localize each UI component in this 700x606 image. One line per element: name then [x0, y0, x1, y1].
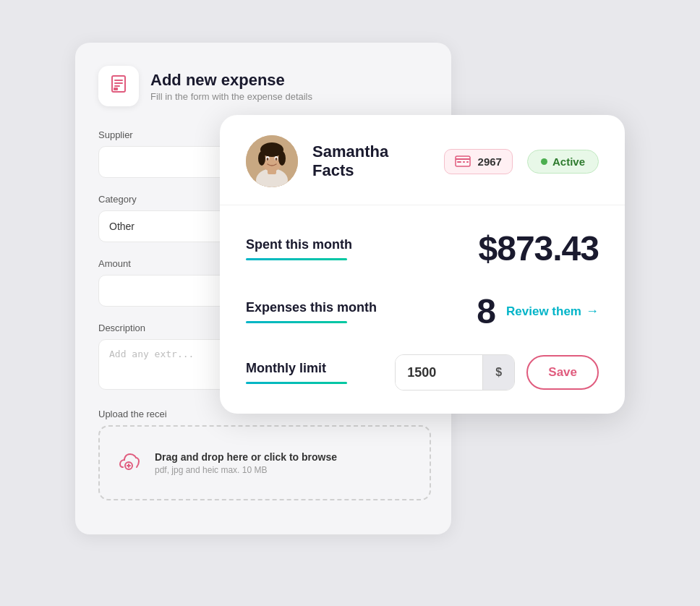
upload-sub-text: pdf, jpg and heic max. 10 MB — [155, 465, 337, 475]
user-header: Samantha Facts 2967 Active — [220, 115, 625, 205]
limit-currency: $ — [482, 355, 514, 390]
svg-rect-22 — [463, 161, 465, 163]
upload-text-group: Drag and drop here or click to browse pd… — [155, 451, 337, 475]
upload-group: Upload the recei Drag and drop here or c… — [98, 409, 428, 500]
expenses-label: Expenses this month — [246, 300, 377, 315]
card-info: 2967 — [444, 149, 513, 174]
expenses-underline — [246, 321, 347, 323]
svg-point-13 — [258, 151, 265, 166]
expenses-row: Expenses this month 8 Review them → — [246, 291, 599, 331]
form-title-group: Add new expense Fill in the form with th… — [150, 71, 312, 102]
form-title: Add new expense — [150, 71, 312, 90]
card-number: 2967 — [478, 155, 502, 168]
active-badge: Active — [527, 150, 599, 174]
form-subtitle: Fill in the form with the expense detail… — [150, 91, 312, 102]
amount-input[interactable] — [98, 275, 229, 307]
review-link[interactable]: Review them → — [506, 304, 599, 319]
avatar — [246, 135, 298, 187]
stats-section: Spent this month $873.43 Expenses this m… — [220, 205, 625, 414]
expense-icon — [108, 74, 129, 98]
svg-rect-21 — [457, 161, 461, 163]
spent-row: Spent this month $873.43 — [246, 229, 599, 268]
limit-underline — [246, 382, 347, 384]
expenses-label-group: Expenses this month — [246, 300, 377, 323]
user-name: Samantha Facts — [312, 142, 430, 180]
category-value: Other — [109, 221, 218, 232]
review-arrow-icon: → — [586, 304, 599, 319]
save-button[interactable]: Save — [526, 355, 599, 390]
spent-value: $873.43 — [478, 229, 599, 268]
supplier-input[interactable] — [98, 146, 229, 178]
svg-point-18 — [276, 158, 278, 161]
svg-point-17 — [267, 158, 269, 161]
spent-label-group: Spent this month — [246, 237, 352, 260]
active-label: Active — [552, 155, 585, 168]
limit-input-group: $ — [395, 354, 515, 391]
svg-rect-23 — [466, 161, 469, 163]
spent-underline — [246, 258, 347, 260]
expense-icon-box — [98, 66, 139, 106]
limit-input[interactable] — [396, 355, 482, 390]
upload-dropzone[interactable]: Drag and drop here or click to browse pd… — [98, 425, 431, 500]
user-detail-card: Samantha Facts 2967 Active — [220, 115, 625, 414]
credit-card-icon — [455, 155, 471, 167]
spent-label: Spent this month — [246, 237, 352, 252]
category-select[interactable]: Other — [98, 210, 229, 242]
svg-point-14 — [278, 151, 286, 166]
limit-label: Monthly limit — [246, 361, 347, 376]
form-header: Add new expense Fill in the form with th… — [98, 66, 428, 106]
review-group: 8 Review them → — [477, 291, 599, 331]
limit-label-group: Monthly limit — [246, 361, 347, 384]
upload-icon — [117, 447, 143, 479]
expenses-count: 8 — [477, 291, 496, 331]
svg-rect-4 — [114, 88, 118, 90]
limit-row: Monthly limit $ Save — [246, 354, 599, 391]
upload-drag-text: Drag and drop here or click to browse — [155, 451, 337, 463]
active-dot — [541, 158, 547, 165]
description-input[interactable]: Add any extr... — [98, 339, 229, 390]
review-text: Review them — [506, 304, 581, 319]
